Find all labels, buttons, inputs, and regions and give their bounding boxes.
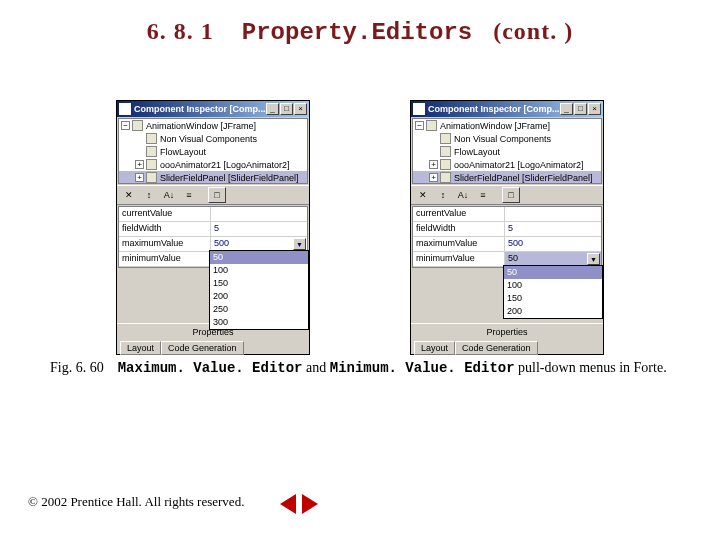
node-label: Non Visual Components <box>160 134 257 144</box>
property-row[interactable]: currentValue <box>413 207 601 222</box>
tree-row[interactable]: Non Visual Components <box>119 132 307 145</box>
dropdown-option[interactable]: 150 <box>504 292 602 305</box>
window-titlebar: Component Inspector [Comp..._□× <box>411 101 603 117</box>
value-dropdown[interactable]: 50100150200250300 <box>209 250 309 330</box>
chevron-down-icon[interactable]: ▼ <box>587 253 600 265</box>
tree-row[interactable]: −AnimationWindow [JFrame] <box>413 119 601 132</box>
heading-number: 6. 8. 1 <box>147 18 214 44</box>
property-value[interactable] <box>211 207 307 221</box>
expand-toggle[interactable]: − <box>415 121 424 130</box>
heading-tail: (cont. ) <box>493 18 573 44</box>
copyright-footer: © 2002 Prentice Hall. All rights reserve… <box>28 494 244 510</box>
dropdown-option[interactable]: 200 <box>210 290 308 303</box>
node-label: oooAnimator21 [LogoAnimator2] <box>454 160 584 170</box>
component-tree[interactable]: −AnimationWindow [JFrame]Non Visual Comp… <box>412 118 602 184</box>
property-value[interactable]: 5 <box>505 222 601 236</box>
caption-code-1: Maximum. Value. Editor <box>118 360 303 376</box>
toolbar-button[interactable]: A↓ <box>454 187 472 203</box>
inspector-left: Component Inspector [Comp..._□×−Animatio… <box>116 100 310 355</box>
dropdown-option[interactable]: 200 <box>504 305 602 318</box>
dropdown-option[interactable]: 300 <box>210 316 308 329</box>
inspector-toolbar: ✕↕A↓≡□ <box>117 185 309 205</box>
dropdown-option[interactable]: 250 <box>210 303 308 316</box>
section-heading: 6. 8. 1 Property.Editors (cont. ) <box>0 18 720 46</box>
property-grid-wrap: currentValuefieldWidth5maximumValue500mi… <box>411 206 603 268</box>
property-value[interactable]: 500 <box>505 237 601 251</box>
node-label: FlowLayout <box>160 147 206 157</box>
value-dropdown[interactable]: 50100150200 <box>503 265 603 319</box>
maximize-button[interactable]: □ <box>280 103 293 115</box>
tree-row[interactable]: FlowLayout <box>119 145 307 158</box>
property-value[interactable]: 50▼ <box>505 252 601 266</box>
caption-post: pull-down menus in Forte. <box>518 360 667 375</box>
node-icon <box>440 159 451 170</box>
dropdown-option[interactable]: 100 <box>210 264 308 277</box>
node-label: SliderFieldPanel [SliderFieldPanel] <box>454 173 593 183</box>
expand-toggle[interactable]: + <box>429 160 438 169</box>
dropdown-option[interactable]: 150 <box>210 277 308 290</box>
chevron-down-icon[interactable]: ▼ <box>293 238 306 250</box>
node-icon <box>440 172 451 183</box>
expand-toggle[interactable]: + <box>135 173 144 182</box>
toolbar-button[interactable]: ≡ <box>474 187 492 203</box>
property-row[interactable]: maximumValue500 <box>413 237 601 252</box>
expand-toggle[interactable]: − <box>121 121 130 130</box>
property-value[interactable]: 5 <box>211 222 307 236</box>
node-icon <box>440 146 451 157</box>
tree-row[interactable]: +oooAnimator21 [LogoAnimator2] <box>413 158 601 171</box>
caption-code-2: Minimum. Value. Editor <box>330 360 515 376</box>
toolbar-button[interactable]: ✕ <box>414 187 432 203</box>
tab[interactable]: Layout <box>120 341 161 355</box>
node-label: AnimationWindow [JFrame] <box>146 121 256 131</box>
close-button[interactable]: × <box>294 103 307 115</box>
toolbar-button[interactable]: ↕ <box>434 187 452 203</box>
component-tree[interactable]: −AnimationWindow [JFrame]Non Visual Comp… <box>118 118 308 184</box>
app-icon <box>413 103 425 115</box>
property-name: minimumValue <box>413 252 505 266</box>
tree-row[interactable]: +SliderFieldPanel [SliderFieldPanel] <box>413 171 601 184</box>
minimize-button[interactable]: _ <box>266 103 279 115</box>
dropdown-option[interactable]: 50 <box>504 266 602 279</box>
tree-row[interactable]: FlowLayout <box>413 145 601 158</box>
minimize-button[interactable]: _ <box>560 103 573 115</box>
tab[interactable]: Code Generation <box>161 341 244 355</box>
toolbar-button[interactable]: ≡ <box>180 187 198 203</box>
node-label: Non Visual Components <box>454 134 551 144</box>
expand-toggle[interactable]: + <box>135 160 144 169</box>
copyright-text: © 2002 Prentice Hall. All rights reserve… <box>28 494 244 510</box>
expand-toggle[interactable]: + <box>429 173 438 182</box>
node-icon <box>146 146 157 157</box>
tab[interactable]: Code Generation <box>455 341 538 355</box>
node-icon <box>426 120 437 131</box>
next-arrow-icon[interactable] <box>302 494 318 514</box>
toolbar-button[interactable]: A↓ <box>160 187 178 203</box>
heading-code: Property.Editors <box>242 19 472 46</box>
toolbar-button[interactable]: □ <box>502 187 520 203</box>
tab[interactable]: Layout <box>414 341 455 355</box>
property-value[interactable]: 500▼ <box>211 237 307 251</box>
tree-row[interactable]: −AnimationWindow [JFrame] <box>119 119 307 132</box>
dropdown-option[interactable]: 50 <box>210 251 308 264</box>
property-name: fieldWidth <box>119 222 211 236</box>
nav-arrows <box>280 494 318 514</box>
toolbar-button[interactable]: ↕ <box>140 187 158 203</box>
property-name: maximumValue <box>119 237 211 251</box>
property-name: minimumValue <box>119 252 211 266</box>
toolbar-button[interactable]: □ <box>208 187 226 203</box>
property-row[interactable]: fieldWidth5 <box>413 222 601 237</box>
close-button[interactable]: × <box>588 103 601 115</box>
property-value[interactable] <box>505 207 601 221</box>
property-name: currentValue <box>413 207 505 221</box>
tree-row[interactable]: Non Visual Components <box>413 132 601 145</box>
property-row[interactable]: fieldWidth5 <box>119 222 307 237</box>
dropdown-option[interactable]: 100 <box>504 279 602 292</box>
tree-row[interactable]: +oooAnimator21 [LogoAnimator2] <box>119 158 307 171</box>
prev-arrow-icon[interactable] <box>280 494 296 514</box>
window-title: Component Inspector [Comp... <box>428 104 559 114</box>
maximize-button[interactable]: □ <box>574 103 587 115</box>
property-row[interactable]: currentValue <box>119 207 307 222</box>
toolbar-button[interactable]: ✕ <box>120 187 138 203</box>
property-name: currentValue <box>119 207 211 221</box>
property-name: fieldWidth <box>413 222 505 236</box>
tree-row[interactable]: +SliderFieldPanel [SliderFieldPanel] <box>119 171 307 184</box>
